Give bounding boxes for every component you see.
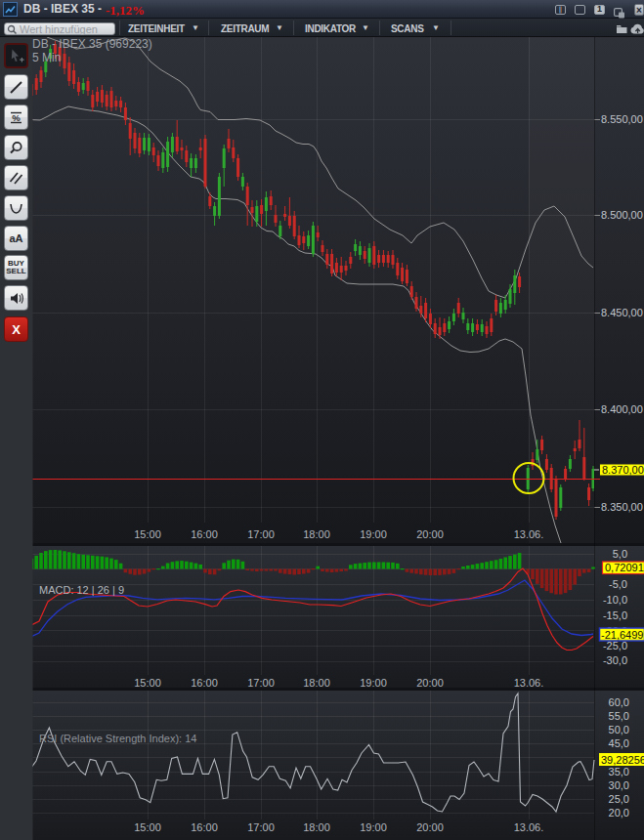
svg-text:35,0: 35,0 [609, 766, 629, 777]
svg-text:5,0: 5,0 [613, 548, 627, 560]
svg-text:39,28256: 39,28256 [601, 754, 644, 766]
svg-text:8.350,00: 8.350,00 [601, 501, 643, 513]
svg-text:13.06.: 13.06. [514, 677, 544, 689]
svg-text:45,0: 45,0 [609, 737, 629, 749]
svg-text:8.370,00: 8.370,00 [602, 464, 644, 476]
svg-text:55,0: 55,0 [609, 710, 629, 722]
svg-text:17:00: 17:00 [247, 677, 275, 689]
svg-text:18:00: 18:00 [303, 677, 330, 689]
svg-text:-5,0: -5,0 [609, 578, 627, 590]
svg-text:8.500,00: 8.500,00 [601, 209, 643, 221]
svg-text:17:00: 17:00 [247, 821, 275, 833]
svg-text:%: % [12, 111, 21, 122]
svg-text:8.400,00: 8.400,00 [601, 403, 643, 415]
svg-text:25,0: 25,0 [609, 793, 629, 805]
svg-text:17:00: 17:00 [247, 528, 275, 540]
svg-text:8.550,00: 8.550,00 [601, 113, 643, 125]
svg-text:19:00: 19:00 [360, 528, 387, 540]
svg-text:18:00: 18:00 [303, 528, 330, 540]
svg-text:20,0: 20,0 [609, 807, 629, 819]
svg-text:19:00: 19:00 [360, 821, 387, 833]
svg-text:MACD: 12 | 26 | 9: MACD: 12 | 26 | 9 [39, 584, 124, 596]
svg-text:15:00: 15:00 [134, 677, 161, 689]
svg-text:16:00: 16:00 [191, 528, 218, 540]
svg-text:13.06.: 13.06. [514, 821, 544, 833]
svg-text:19:00: 19:00 [360, 677, 387, 689]
svg-text:15:00: 15:00 [134, 528, 161, 540]
svg-text:-10,0: -10,0 [603, 594, 627, 606]
svg-text:20:00: 20:00 [416, 821, 444, 833]
svg-text:18:00: 18:00 [303, 821, 330, 833]
svg-text:15:00: 15:00 [134, 821, 161, 833]
svg-text:16:00: 16:00 [191, 821, 218, 833]
svg-text:0,72091: 0,72091 [605, 562, 644, 573]
svg-text:16:00: 16:00 [191, 677, 218, 689]
svg-text:8.450,00: 8.450,00 [601, 307, 643, 318]
svg-text:-21,64999: -21,64999 [601, 629, 644, 641]
svg-text:DB - IBEX 35 (969223): DB - IBEX 35 (969223) [32, 37, 152, 51]
svg-text:60,0: 60,0 [609, 696, 629, 708]
svg-text:13.06.: 13.06. [514, 528, 544, 540]
svg-text:20:00: 20:00 [416, 528, 444, 540]
svg-text:-30,0: -30,0 [603, 654, 627, 666]
svg-text:20:00: 20:00 [416, 677, 444, 689]
svg-text:RSI (Relative Strength Index):: RSI (Relative Strength Index): 14 [39, 733, 196, 744]
svg-text:5 Min: 5 Min [32, 51, 61, 64]
svg-text:-15,0: -15,0 [603, 609, 627, 621]
svg-text:50,0: 50,0 [609, 724, 629, 735]
svg-text:30,0: 30,0 [609, 779, 629, 791]
